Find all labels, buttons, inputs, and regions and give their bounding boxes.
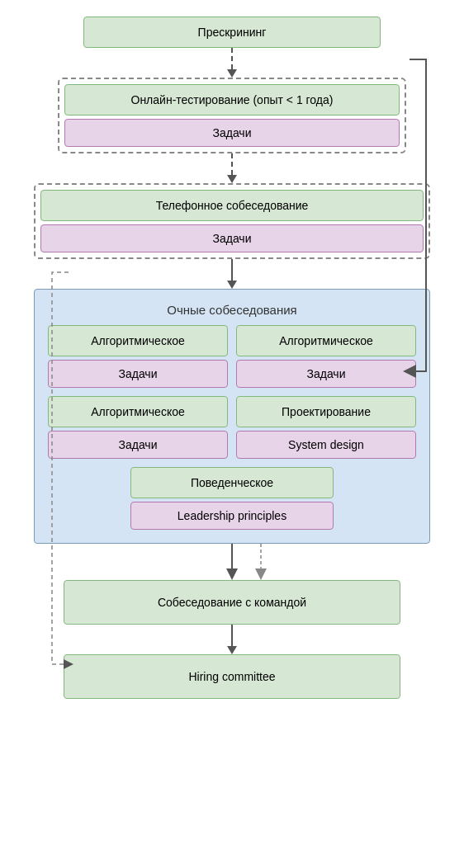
team-interview-label: Собеседование с командой [158,596,306,609]
arrow-team-to-committee [227,625,237,654]
algo-box-1: Алгоритмическое [48,325,228,356]
algo-label-3: Алгоритмическое [91,405,185,418]
tasks-box-3: Задачи [48,431,228,459]
interview-cell-2: Алгоритмическое Задачи [236,325,416,388]
online-test-outer: Онлайн-тестирование (опыт < 1 года) Зада… [58,78,406,153]
behavioral-top-box: Поведенческое [130,467,333,498]
phone-interview-label: Телефонное собеседование [156,199,309,212]
sysdesign-box: System design [236,431,416,459]
behavioral-box: Поведенческое Leadership principles [130,467,333,530]
hiring-committee-label: Hiring committee [188,670,275,683]
inperson-label: Очные собеседования [48,303,416,317]
algo-box-3: Алгоритмическое [48,396,228,427]
tasks-box-1: Задачи [48,360,228,388]
phone-interview-box: Телефонное собеседование [40,190,424,221]
leadership-box: Leadership principles [130,502,333,530]
hiring-committee-stage: Hiring committee [34,654,430,699]
behavioral-label: Поведенческое [191,476,273,489]
phone-interview-sublabel-box: Задачи [40,224,424,252]
online-test-sublabel-box: Задачи [64,119,400,147]
svg-marker-3 [255,568,267,580]
diagram: Прескрининг Онлайн-тестирование (опыт < … [34,17,430,851]
interview-grid: Алгоритмическое Задачи Алгоритмическое З… [48,325,416,459]
behavioral-section: Поведенческое Leadership principles [48,467,416,530]
solid-arrowhead-1 [227,281,237,289]
dashed-inner-arrow-svg [249,544,273,580]
online-test-sublabel: Задачи [212,126,251,139]
arrow-online-to-phone [227,153,237,183]
interview-cell-4: Проектирование System design [236,396,416,459]
tasks-label-3: Задачи [118,438,157,451]
tasks-box-2: Задачи [236,360,416,388]
solid-line-2 [231,625,233,646]
team-interview-box: Собеседование с командой [64,580,400,625]
algo-label-1: Алгоритмическое [91,334,185,347]
hiring-committee-box: Hiring committee [64,654,400,699]
dashed-arrowhead-2 [227,175,237,183]
phone-interview-sublabel: Задачи [212,232,251,245]
tasks-label-2: Задачи [306,367,345,380]
dashed-line-2 [231,153,233,175]
design-label: Проектирование [282,405,371,418]
svg-marker-1 [226,568,238,580]
combined-arrow-svg [220,544,244,580]
design-box: Проектирование [236,396,416,427]
prescreening-label: Прескрининг [198,26,267,39]
online-test-label: Онлайн-тестирование (опыт < 1 года) [131,93,334,106]
solid-line-1 [231,259,233,281]
dashed-line-1 [231,48,233,69]
sysdesign-label: System design [288,438,364,451]
algo-box-2: Алгоритмическое [236,325,416,356]
prescreening-stage: Прескрининг [34,17,430,48]
team-interview-stage: Собеседование с командой [34,580,430,625]
algo-label-2: Алгоритмическое [279,334,373,347]
prescreening-box: Прескрининг [83,17,381,48]
arrow-phone-to-inperson [227,259,237,289]
tasks-label-1: Задачи [118,367,157,380]
leadership-label: Leadership principles [178,509,286,522]
inperson-stage: Очные собеседования Алгоритмическое Зада… [34,289,430,544]
solid-arrowhead-2 [227,646,237,654]
interview-cell-3: Алгоритмическое Задачи [48,396,228,459]
online-test-box: Онлайн-тестирование (опыт < 1 года) [64,84,400,116]
arrow-prescreening-to-online [227,48,237,78]
interview-cell-1: Алгоритмическое Задачи [48,325,228,388]
dashed-arrowhead-1 [227,69,237,78]
phone-interview-outer: Телефонное собеседование Задачи [34,183,430,259]
inperson-container: Очные собеседования Алгоритмическое Зада… [34,289,430,544]
